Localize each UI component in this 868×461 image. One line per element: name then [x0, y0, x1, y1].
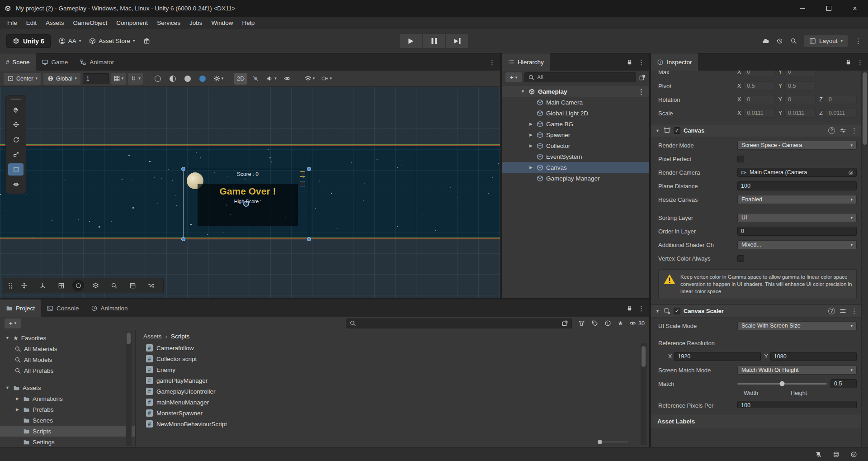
menu-item[interactable]: Component — [112, 17, 152, 29]
alert-filter-icon[interactable] — [604, 320, 611, 327]
file-row[interactable]: MonsterSpawner — [136, 408, 649, 418]
object-picker-icon[interactable]: ◎ — [849, 169, 853, 176]
fold-caret-icon[interactable]: ▼ — [655, 128, 660, 133]
match-slider[interactable] — [737, 383, 827, 385]
grid-visibility-dropdown[interactable]: ▾ — [111, 73, 126, 85]
favorites-item[interactable]: All Materials — [0, 343, 135, 354]
file-row[interactable]: gamePlayManager — [136, 375, 649, 386]
2d-mode-toggle[interactable]: 2D — [234, 73, 247, 85]
pivot-y-field[interactable]: 0.5 — [784, 81, 816, 90]
breadcrumb-current[interactable]: Scripts — [171, 333, 189, 340]
fold-caret-icon[interactable]: ▶ — [528, 143, 534, 148]
grid-size-input[interactable] — [83, 73, 109, 84]
fold-caret-icon[interactable]: ▶ — [14, 396, 20, 401]
pixel-perfect-checkbox[interactable] — [737, 156, 744, 162]
maximize-button[interactable] — [816, 0, 842, 17]
scene-panel-menu[interactable]: ⋮ — [489, 59, 495, 66]
ui-scale-mode-dropdown[interactable]: Scale With Screen Size▾ — [737, 321, 857, 330]
folder-item[interactable]: Scripts — [0, 426, 135, 437]
tab-scene[interactable]: Scene — [0, 53, 36, 71]
scene-options-menu[interactable]: ⋮ — [638, 88, 649, 95]
play-button[interactable] — [400, 34, 422, 48]
hierarchy-menu[interactable]: ⋮ — [638, 59, 645, 66]
scene-viewport[interactable]: Score : 0 Game Over ! High Score : — [0, 87, 500, 298]
scale-z-field[interactable]: 0.0111 — [825, 109, 857, 118]
unity-version-badge[interactable]: Unity 6 — [6, 34, 51, 48]
file-row[interactable]: GameplayUIcontroller — [136, 386, 649, 397]
slider-handle[interactable] — [780, 381, 785, 386]
label-filter-icon[interactable] — [591, 320, 598, 327]
tab-console[interactable]: Console — [41, 299, 85, 317]
menu-item[interactable]: File — [3, 17, 22, 29]
folder-item[interactable]: ▶ Animations — [0, 393, 135, 404]
additional-shader-dropdown[interactable]: Mixed...▾ — [737, 240, 857, 249]
file-row[interactable]: mainMenuManager — [136, 397, 649, 408]
scale-x-field[interactable]: 0.0111 — [743, 109, 774, 118]
hierarchy-item[interactable]: ▶ Spawner — [502, 129, 649, 140]
tab-inspector[interactable]: Inspector — [651, 53, 698, 71]
hierarchy-item[interactable]: Main Camera — [502, 97, 649, 108]
lock-icon[interactable] — [845, 59, 852, 66]
tab-animator[interactable]: Animator — [74, 53, 120, 71]
tab-project[interactable]: Project — [0, 299, 41, 317]
assets-section[interactable]: ▼ Assets — [0, 382, 135, 393]
notifications-muted-icon[interactable] — [815, 451, 822, 458]
shading-mode-button[interactable] — [151, 73, 164, 85]
reference-resolution-y-field[interactable]: 1080 — [770, 352, 857, 361]
cache-server-icon[interactable] — [833, 451, 840, 458]
filter-type-icon[interactable] — [578, 320, 585, 327]
cameras-overlay-button[interactable] — [125, 280, 140, 291]
create-asset-button[interactable]: +▾ — [5, 318, 21, 328]
resize-canvas-dropdown[interactable]: Enabled▾ — [737, 195, 857, 204]
fold-caret-icon[interactable]: ▼ — [5, 336, 10, 340]
render-camera-object-field[interactable]: Main Camera (Camera ◎ — [737, 168, 857, 177]
fold-caret-icon[interactable]: ▶ — [528, 133, 534, 137]
tab-game[interactable]: Game — [36, 53, 74, 71]
hidden-packages-count[interactable]: 30 — [629, 320, 645, 327]
rotation-y-field[interactable]: 0 — [784, 95, 816, 104]
inspector-scrollbar[interactable] — [861, 71, 868, 447]
canvas-component-header[interactable]: ▼ ✓ Canvas ⋮ — [651, 124, 861, 137]
folder-item[interactable]: Settings — [0, 437, 135, 447]
component-menu[interactable]: ⋮ — [851, 308, 858, 314]
file-row[interactable]: Collector script — [136, 353, 649, 364]
resize-handle[interactable] — [307, 237, 311, 241]
step-button[interactable] — [446, 34, 468, 48]
cloud-icon[interactable] — [762, 38, 769, 44]
tab-hierarchy[interactable]: Hierarchy — [502, 53, 550, 71]
account-dropdown[interactable]: AA ▾ — [59, 38, 81, 44]
scene-header-row[interactable]: ▼ Gameplay ⋮ — [502, 86, 649, 97]
layout-dropdown[interactable]: Layout ▾ — [804, 35, 848, 47]
shuffle-overlay-button[interactable] — [144, 280, 158, 291]
tools-overlay-button[interactable] — [17, 280, 31, 291]
reference-resolution-x-field[interactable]: 1920 — [674, 352, 760, 361]
menu-item[interactable]: Help — [237, 17, 259, 29]
reference-pixels-field[interactable]: 100 — [737, 401, 857, 408]
camera-settings-dropdown[interactable]: ▾ — [319, 73, 334, 85]
folder-item[interactable]: Scenes — [0, 415, 135, 426]
menu-item[interactable]: Window — [207, 17, 237, 29]
hierarchy-search-field[interactable] — [524, 72, 636, 82]
fold-caret-icon[interactable]: ▶ — [528, 165, 534, 170]
match-value-field[interactable]: 0.5 — [830, 379, 857, 388]
fold-caret-icon[interactable]: ▶ — [528, 122, 534, 126]
inspector-menu[interactable]: ⋮ — [857, 59, 863, 66]
component-enabled-checkbox[interactable]: ✓ — [674, 308, 680, 314]
history-icon[interactable] — [776, 38, 783, 44]
search-picker-icon[interactable] — [639, 74, 646, 81]
pan-tool-button[interactable] — [8, 104, 24, 116]
lock-icon[interactable] — [626, 305, 633, 312]
package-manager-button[interactable] — [143, 38, 150, 44]
file-row[interactable]: Enemy — [136, 364, 649, 375]
grid-snap-button[interactable] — [54, 280, 68, 291]
pause-button[interactable] — [423, 34, 445, 48]
rotation-z-field[interactable]: 0 — [825, 95, 857, 104]
fold-caret-icon[interactable]: ▼ — [520, 89, 526, 94]
screen-match-mode-dropdown[interactable]: Match Width Or Height▾ — [737, 366, 857, 375]
presets-icon[interactable] — [840, 127, 846, 134]
project-search-field[interactable] — [346, 318, 572, 328]
asset-labels-header[interactable]: Asset Labels — [651, 414, 861, 428]
selection-gizmo[interactable] — [183, 169, 309, 239]
breadcrumb-root[interactable]: Assets — [143, 333, 162, 340]
search-icon[interactable] — [790, 38, 797, 44]
